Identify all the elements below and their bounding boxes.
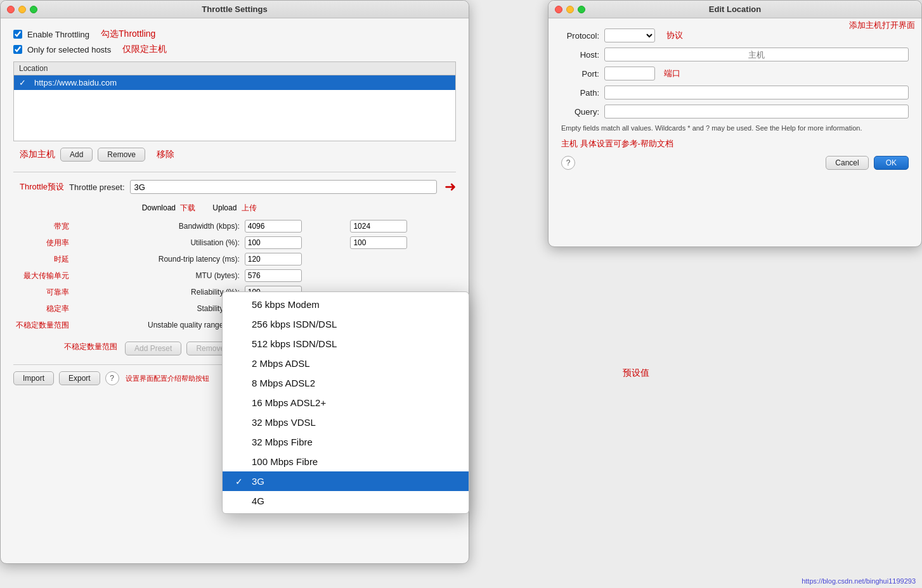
host-buttons-row: 添加主机 Add Remove 移除 (13, 148, 456, 162)
help-button[interactable]: ? (105, 371, 119, 385)
bandwidth-download-input[interactable] (245, 220, 302, 233)
close-button[interactable] (7, 6, 15, 13)
latency-row: 时延 Round-trip latency (ms): (16, 253, 453, 265)
path-label: Path: (561, 88, 599, 98)
bandwidth-label: Bandwidth (kbps): (72, 220, 242, 233)
bandwidth-upload-input[interactable] (350, 220, 407, 233)
mtu-label: MTU (bytes): (72, 269, 242, 282)
ann-add-host: 添加主机 (20, 149, 55, 160)
utilisation-download-input[interactable] (245, 236, 302, 249)
traffic-lights (7, 6, 37, 13)
location-rows: ✓ https://www.baidu.com (14, 75, 455, 141)
enable-throttling-label: Enable Throttling (27, 30, 89, 39)
dropdown-item-label: 2 Mbps ADSL (252, 358, 310, 369)
edit-cancel-button[interactable]: Cancel (826, 156, 868, 170)
edit-help-button[interactable]: ? (561, 156, 575, 170)
latency-label: Round-trip latency (ms): (72, 253, 242, 265)
dropdown-item[interactable]: ✓3G (223, 471, 469, 491)
host-input[interactable] (604, 48, 909, 61)
download-col-header: Download 下载 (137, 203, 200, 214)
protocol-label: Protocol: (561, 31, 599, 41)
dropdown-arrow-icon: ➜ (445, 179, 456, 195)
only-hosts-row: Only for selected hosts 仅限定主机 (13, 44, 456, 55)
location-column-header: Location (14, 62, 455, 75)
preset-label: Throttle preset: (69, 182, 124, 192)
export-button[interactable]: Export (59, 371, 100, 385)
preset-row: Throttle预设 Throttle preset: 3G ➜ (13, 179, 456, 195)
import-button[interactable]: Import (13, 371, 54, 385)
ann-host-help: 主机 具体设置可参考-帮助文档 (561, 138, 909, 150)
ann-port: 端口 (664, 68, 680, 79)
ann-enable-throttling: 勾选Throttling (101, 29, 155, 40)
utilisation-label: Utilisation (%): (72, 236, 242, 249)
dropdown-item-label: 8 Mbps ADSL2 (252, 378, 315, 388)
throttle-preset-dropdown: 56 kbps Modem256 kbps ISDN/DSL512 kbps I… (222, 291, 469, 514)
add-preset-button[interactable]: Add Preset (125, 342, 181, 355)
dropdown-item-label: 32 Mbps Fibre (252, 437, 313, 447)
port-label: Port: (561, 69, 599, 79)
ann-throttle-preset: Throttle预设 (20, 181, 64, 193)
ann-unstable-range: 不稳定数量范围 (64, 342, 117, 355)
throttle-preset-input[interactable]: 3G (130, 180, 437, 194)
location-check-1: ✓ (19, 78, 29, 87)
ann-bandwidth: 带宽 (16, 220, 69, 233)
host-row: Host: (561, 48, 909, 61)
only-hosts-label: Only for selected hosts (27, 45, 111, 54)
edit-ok-button[interactable]: OK (874, 156, 909, 170)
throttle-titlebar: Throttle Settings (1, 1, 469, 18)
dropdown-item[interactable]: 100 Mbps Fibre (223, 452, 469, 471)
col-headers: Download 下载 Upload 上传 (137, 203, 456, 214)
dropdown-item-label: 4G (252, 495, 264, 506)
edit-minimize-button[interactable] (566, 6, 574, 13)
utilisation-row: 使用率 Utilisation (%): (16, 236, 453, 249)
dropdown-item-label: 16 Mbps ADSL2+ (252, 397, 326, 408)
maximize-button[interactable] (30, 6, 37, 13)
helper-text: Empty fields match all values. Wildcards… (561, 124, 909, 133)
dropdown-item[interactable]: 16 Mbps ADSL2+ (223, 393, 469, 412)
query-input[interactable] (604, 105, 909, 118)
edit-location-titlebar: Edit Location (549, 1, 921, 18)
location-url-1: https://www.baidu.com (34, 78, 117, 87)
dropdown-item-label: 3G (252, 476, 264, 487)
dropdown-item[interactable]: 512 kbps ISDN/DSL (223, 334, 469, 354)
dropdown-check-icon: ✓ (235, 476, 245, 487)
edit-maximize-button[interactable] (578, 6, 585, 13)
watermark: https://blog.csdn.net/binghui1199293 (802, 577, 916, 585)
port-input[interactable] (604, 67, 655, 80)
path-input[interactable] (604, 86, 909, 99)
latency-input[interactable] (245, 253, 302, 265)
edit-bottom-buttons: ? Cancel OK (561, 156, 909, 170)
bandwidth-row: 带宽 Bandwidth (kbps): (16, 220, 453, 233)
add-host-button[interactable]: Add (60, 148, 93, 162)
dropdown-item[interactable]: 32 Mbps VDSL (223, 412, 469, 432)
dropdown-item[interactable]: 32 Mbps Fibre (223, 432, 469, 452)
location-table: Location ✓ https://www.baidu.com (13, 61, 456, 141)
dropdown-item[interactable]: 8 Mbps ADSL2 (223, 373, 469, 393)
dropdown-item-label: 100 Mbps Fibre (252, 456, 318, 467)
dropdown-item[interactable]: 56 kbps Modem (223, 295, 469, 314)
dropdown-item-label: 32 Mbps VDSL (252, 417, 316, 428)
remove-host-button[interactable]: Remove (98, 148, 145, 162)
ann-protocol: 协议 (666, 30, 683, 41)
dropdown-item[interactable]: 256 kbps ISDN/DSL (223, 314, 469, 334)
location-row-1[interactable]: ✓ https://www.baidu.com (14, 75, 455, 90)
dropdown-item[interactable]: 4G (223, 491, 469, 511)
edit-location-window: Edit Location 添加主机打开界面 Protocol: http ht… (548, 0, 922, 247)
upload-col-header: Upload 上传 (203, 203, 266, 214)
host-label: Host: (561, 50, 599, 60)
path-row: Path: (561, 86, 909, 99)
ann-open-interface: 添加主机打开界面 (849, 20, 915, 31)
edit-close-button[interactable] (555, 6, 562, 13)
only-hosts-checkbox[interactable] (13, 45, 22, 54)
enable-throttling-checkbox[interactable] (13, 30, 22, 39)
ann-reliability: 可靠率 (16, 286, 69, 298)
ann-only-hosts: 仅限定主机 (122, 44, 167, 55)
mtu-input[interactable] (245, 269, 302, 282)
protocol-select[interactable]: http https ftp (604, 29, 655, 42)
edit-traffic-lights (555, 6, 585, 13)
dropdown-item[interactable]: 2 Mbps ADSL (223, 354, 469, 373)
utilisation-upload-input[interactable] (350, 236, 407, 249)
minimize-button[interactable] (18, 6, 26, 13)
query-row: Query: (561, 105, 909, 118)
mtu-row: 最大传输单元 MTU (bytes): (16, 269, 453, 282)
